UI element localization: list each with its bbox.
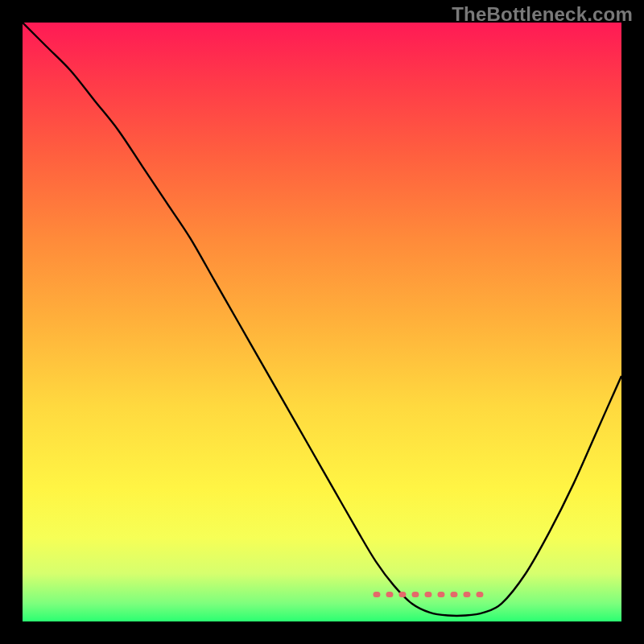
chart-frame: TheBottleneck.com bbox=[0, 0, 644, 644]
watermark-text: TheBottleneck.com bbox=[452, 3, 633, 26]
plot-area bbox=[23, 23, 621, 621]
bottleneck-curve bbox=[23, 23, 621, 616]
curve-layer bbox=[23, 23, 621, 621]
